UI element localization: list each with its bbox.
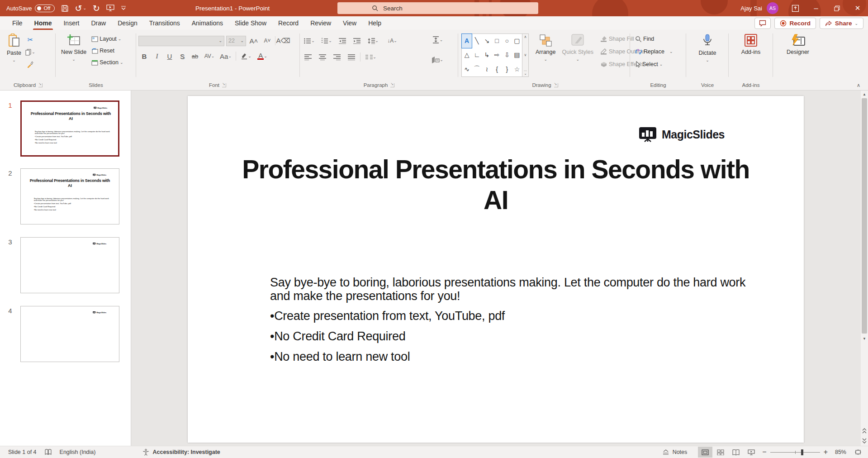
line-spacing-button[interactable]: ⌄ [365, 35, 381, 46]
paste-button[interactable]: Paste ⌄ [4, 30, 24, 64]
dictate-button[interactable]: Dictate ⌄ [696, 30, 720, 64]
tab-review[interactable]: Review [304, 16, 337, 30]
shape-triangle[interactable]: △ [462, 48, 472, 62]
redo-button[interactable]: ↻ [93, 3, 100, 14]
customize-qat-button[interactable] [121, 6, 126, 10]
font-color-button[interactable]: A ⌄ [255, 51, 270, 62]
quick-styles-button[interactable]: Quick Styles ⌄ [559, 30, 596, 63]
decrease-indent-button[interactable] [337, 35, 348, 46]
shape-rounded-rectangle[interactable]: ▢ [512, 34, 522, 48]
slide-indicator[interactable]: Slide 1 of 4 [8, 449, 37, 455]
previous-slide-button[interactable] [861, 427, 868, 435]
slide-3-thumbnail[interactable]: MagicSlides [20, 237, 119, 293]
font-dialog-launcher[interactable] [222, 83, 226, 87]
tab-design[interactable]: Design [112, 16, 143, 30]
tab-view[interactable]: View [337, 16, 362, 30]
shape-right-brace[interactable]: } [502, 62, 512, 76]
autosave-toggle[interactable]: AutoSave Off [6, 5, 55, 12]
strikethrough-button[interactable]: ab [189, 51, 201, 62]
arrange-button[interactable]: Arrange ⌄ [532, 30, 559, 63]
slide-sorter-view-button[interactable] [713, 447, 728, 458]
slide-body-text[interactable]: Say bye-bye to boring, laborious present… [270, 276, 759, 363]
character-spacing-button[interactable]: AV⌄ [202, 51, 217, 62]
next-slide-button[interactable] [861, 437, 868, 445]
zoom-level[interactable]: 85% [835, 449, 846, 455]
slide-canvas[interactable]: MagicSlides Professional Presentations i… [188, 96, 804, 443]
notes-button[interactable]: Notes [662, 449, 688, 455]
tab-insert[interactable]: Insert [57, 16, 85, 30]
tab-home[interactable]: Home [28, 16, 58, 30]
addins-button[interactable]: Add-ins [738, 30, 764, 56]
change-case-button[interactable]: Aa⌄ [218, 51, 233, 62]
text-shadow-button[interactable]: S [176, 51, 188, 62]
tab-draw[interactable]: Draw [85, 16, 112, 30]
language-indicator[interactable]: English (India) [60, 449, 96, 455]
shape-elbow-arrow-connector[interactable]: ↳ [482, 48, 492, 62]
shape-star[interactable]: ☆ [512, 62, 522, 76]
align-text-button[interactable]: ⌄ [427, 34, 447, 45]
new-slide-button[interactable]: New Slide ⌄ [58, 30, 90, 63]
tab-file[interactable]: File [6, 16, 28, 30]
bullets-button[interactable]: ⌄ [302, 35, 317, 46]
zoom-thumb[interactable] [801, 449, 803, 455]
drawing-dialog-launcher[interactable] [554, 83, 558, 87]
justify-button[interactable] [346, 52, 357, 62]
shape-text-box[interactable]: A [462, 34, 472, 48]
account-button[interactable]: Ajay Sai AS [740, 2, 778, 14]
shape-line[interactable]: ╲ [472, 34, 482, 48]
tab-record[interactable]: Record [272, 16, 304, 30]
numbering-button[interactable]: ⌄ [319, 35, 334, 46]
record-button[interactable]: Record [774, 18, 816, 29]
font-name-combo[interactable]: ⌄ [138, 36, 224, 46]
scrollbar-thumb[interactable] [862, 98, 867, 334]
slide-1-thumbnail[interactable]: MagicSlides Professional Presentations i… [20, 100, 119, 157]
start-slideshow-button[interactable] [106, 5, 114, 12]
search-input[interactable]: Search [337, 2, 538, 14]
copy-button[interactable]: ⌄ [24, 47, 36, 57]
slideshow-view-button[interactable] [744, 447, 759, 458]
scroll-down-arrow[interactable]: ▼ [861, 335, 868, 342]
find-button[interactable]: Find [633, 33, 656, 44]
vertical-scrollbar[interactable]: ▲ ▼ [861, 91, 868, 446]
shape-rectangle[interactable]: □ [492, 34, 502, 48]
shape-curve[interactable]: ≀ [482, 62, 492, 76]
ribbon-display-options-button[interactable] [785, 0, 806, 16]
slide-logo[interactable]: MagicSlides [638, 127, 725, 142]
clipboard-dialog-launcher[interactable] [38, 83, 43, 87]
spell-check-button[interactable] [45, 449, 52, 455]
increase-font-size-button[interactable]: A˄ [248, 35, 260, 46]
highlight-color-button[interactable]: ⌄ [238, 51, 254, 62]
shape-right-arrow[interactable]: ⇨ [492, 48, 502, 62]
zoom-out-button[interactable]: − [762, 448, 766, 456]
cut-button[interactable]: ✂ [24, 34, 36, 45]
select-button[interactable]: Select ⌄ [633, 59, 664, 70]
shape-left-brace[interactable]: { [492, 62, 502, 76]
shapes-gallery[interactable]: A ╲ ↘ □ ○ ▢ △ ∟ ↳ ⇨ ⇩ ▤ ∿ ⌒ ≀ { } ☆ [461, 33, 522, 77]
comments-button[interactable] [754, 18, 771, 29]
zoom-in-button[interactable]: + [824, 448, 828, 456]
shape-down-arrow[interactable]: ⇩ [502, 48, 512, 62]
decrease-font-size-button[interactable]: A˅ [261, 35, 273, 46]
scroll-up-arrow[interactable]: ▲ [861, 91, 868, 98]
share-button[interactable]: Share ⌄ [820, 18, 863, 29]
shape-oval[interactable]: ○ [502, 34, 512, 48]
accessibility-checker[interactable]: Accessibility: Investigate [142, 449, 220, 456]
format-painter-button[interactable] [24, 59, 36, 70]
increase-indent-button[interactable] [351, 35, 363, 46]
italic-button[interactable]: I [151, 51, 163, 62]
shapes-gallery-scrollbar[interactable]: ∧ ∨ ⌄ [522, 33, 529, 77]
undo-button[interactable]: ↺ ⌄ [75, 3, 86, 14]
designer-button[interactable]: Designer [783, 30, 812, 56]
restore-button[interactable] [826, 0, 847, 16]
shape-snip-rectangle[interactable]: ▤ [512, 48, 522, 62]
section-button[interactable]: Section ⌄ [90, 57, 125, 68]
tab-slide-show[interactable]: Slide Show [229, 16, 272, 30]
replace-button[interactable]: bc Replace ⌄ [633, 46, 674, 57]
bold-button[interactable]: B [138, 51, 150, 62]
zoom-track[interactable] [770, 452, 820, 453]
normal-view-button[interactable] [698, 447, 712, 458]
columns-button[interactable]: ⌄ [363, 52, 379, 62]
shape-arc[interactable]: ⌒ [472, 62, 482, 76]
fit-slide-to-window-button[interactable] [851, 447, 865, 458]
tab-transitions[interactable]: Transitions [143, 16, 186, 30]
